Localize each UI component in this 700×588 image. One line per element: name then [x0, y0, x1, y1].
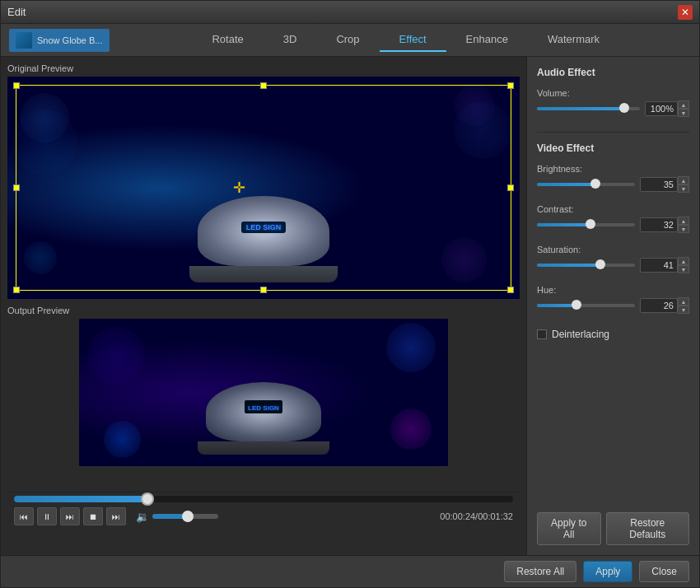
handle-tr — [507, 82, 514, 89]
apply-to-all-button[interactable]: Apply to All — [537, 512, 601, 545]
volume-up-btn[interactable]: ▲ — [678, 100, 689, 109]
hue-spinner: ▲ ▼ — [678, 297, 689, 314]
main-area: Original Preview — [1, 57, 699, 555]
progress-thumb — [141, 492, 154, 506]
controls-bar: ⏮ ⏸ ⏭ ⏹ ⏭ 🔉 00:00:24/00:01:32 — [7, 492, 520, 529]
saturation-value[interactable] — [640, 258, 678, 273]
deinterlacing-label: Deinterlacing — [552, 329, 609, 340]
brightness-down-btn[interactable]: ▼ — [678, 184, 689, 193]
right-panel: Audio Effect Volume: ▲ ▼ — [526, 57, 699, 555]
tab-crop[interactable]: Crop — [316, 28, 379, 52]
volume-track[interactable] — [537, 107, 640, 110]
output-preview-label: Output Preview — [7, 306, 520, 315]
handle-bl — [13, 287, 20, 293]
saturation-up-btn[interactable]: ▲ — [678, 257, 689, 265]
stop-button[interactable]: ⏹ — [83, 507, 103, 525]
brightness-control: Brightness: ▲ ▼ — [537, 164, 689, 193]
brightness-up-btn[interactable]: ▲ — [678, 176, 689, 184]
file-tab[interactable]: Snow Globe B... — [9, 29, 110, 52]
title-bar: Edit ✕ — [1, 1, 699, 24]
contrast-up-btn[interactable]: ▲ — [678, 217, 689, 225]
hue-down-btn[interactable]: ▼ — [678, 306, 689, 314]
original-preview-bg: LED SIGN — [7, 77, 520, 299]
original-preview-label: Original Preview — [7, 63, 520, 73]
tab-3d[interactable]: 3D — [264, 28, 317, 52]
volume-fill — [537, 107, 624, 110]
volume-value-container: ▲ ▼ — [645, 100, 689, 117]
saturation-track[interactable] — [537, 264, 635, 267]
output-preview: LED SIGN — [7, 319, 520, 492]
hue-up-btn[interactable]: ▲ — [678, 297, 689, 306]
volume-control: Volume: ▲ ▼ — [537, 88, 689, 117]
volume-slider-thumb — [619, 103, 629, 113]
hue-control: Hue: ▲ ▼ — [537, 285, 689, 314]
saturation-fill — [537, 264, 600, 267]
hue-track[interactable] — [537, 304, 635, 307]
handle-br — [507, 287, 514, 293]
window-title: Edit — [7, 6, 678, 18]
contrast-value[interactable] — [640, 217, 678, 232]
hue-slider-row: ▲ ▼ — [537, 297, 689, 314]
contrast-down-btn[interactable]: ▼ — [678, 225, 689, 233]
hue-value[interactable] — [640, 298, 678, 313]
fast-forward-button[interactable]: ⏭ — [60, 507, 80, 525]
handle-tl — [13, 82, 20, 89]
pause-button[interactable]: ⏸ — [37, 507, 57, 525]
contrast-label: Contrast: — [537, 204, 689, 214]
brightness-value[interactable] — [640, 177, 678, 192]
handle-ml — [13, 184, 20, 191]
contrast-value-container: ▲ ▼ — [640, 217, 689, 233]
deinterlacing-checkbox[interactable] — [537, 329, 547, 339]
brightness-slider-row: ▲ ▼ — [537, 176, 689, 193]
brightness-label: Brightness: — [537, 164, 689, 174]
contrast-track[interactable] — [537, 223, 635, 226]
restore-all-button[interactable]: Restore All — [504, 561, 576, 582]
volume-slider[interactable] — [152, 514, 218, 519]
brightness-spinner: ▲ ▼ — [678, 176, 689, 193]
tab-bar: Snow Globe B... Rotate 3D Crop Effect En… — [1, 24, 699, 57]
hue-slider-thumb — [572, 300, 581, 310]
video-effect-title: Video Effect — [537, 142, 689, 154]
tab-effect[interactable]: Effect — [380, 28, 446, 52]
deinterlacing-row: Deinterlacing — [537, 329, 689, 340]
tab-rotate[interactable]: Rotate — [192, 28, 263, 52]
output-preview-bg: LED SIGN — [79, 319, 448, 466]
brightness-fill — [537, 183, 595, 186]
volume-slider-row: ▲ ▼ — [537, 100, 689, 117]
audio-effect-title: Audio Effect — [537, 67, 689, 78]
progress-bar[interactable] — [14, 496, 513, 502]
restore-defaults-button[interactable]: Restore Defaults — [606, 512, 690, 545]
volume-thumb — [182, 511, 194, 522]
saturation-slider-row: ▲ ▼ — [537, 257, 689, 273]
saturation-down-btn[interactable]: ▼ — [678, 265, 689, 273]
nav-tabs: Rotate 3D Crop Effect Enhance Watermark — [113, 28, 700, 52]
file-icon — [16, 32, 32, 49]
preview-panel: Original Preview — [1, 57, 526, 555]
saturation-slider-thumb — [595, 259, 605, 269]
tab-watermark[interactable]: Watermark — [528, 28, 619, 52]
original-preview: LED SIGN — [7, 77, 520, 299]
skip-forward-button[interactable]: ⏭ — [106, 507, 126, 525]
volume-down-btn[interactable]: ▼ — [678, 109, 689, 117]
tab-enhance[interactable]: Enhance — [446, 28, 528, 52]
contrast-control: Contrast: ▲ ▼ — [537, 204, 689, 233]
saturation-spinner: ▲ ▼ — [678, 257, 689, 273]
original-preview-image: LED SIGN — [7, 77, 520, 299]
apply-button[interactable]: Apply — [583, 561, 632, 582]
saturation-label: Saturation: — [537, 245, 689, 254]
handle-tc — [260, 82, 267, 89]
volume-spinner: ▲ ▼ — [678, 100, 689, 117]
hue-label: Hue: — [537, 285, 689, 295]
volume-icon: 🔉 — [136, 511, 149, 523]
contrast-slider-row: ▲ ▼ — [537, 217, 689, 233]
saturation-value-container: ▲ ▼ — [640, 257, 689, 273]
contrast-slider-thumb — [586, 219, 595, 229]
close-button[interactable]: Close — [639, 561, 689, 582]
hue-fill — [537, 304, 576, 307]
brightness-track[interactable] — [537, 183, 635, 186]
close-window-button[interactable]: ✕ — [678, 5, 693, 20]
playback-controls: ⏮ ⏸ ⏭ ⏹ ⏭ 🔉 00:00:24/00:01:32 — [14, 507, 513, 525]
volume-value[interactable] — [645, 101, 678, 116]
skip-back-button[interactable]: ⏮ — [14, 507, 34, 525]
volume-label: Volume: — [537, 88, 689, 98]
